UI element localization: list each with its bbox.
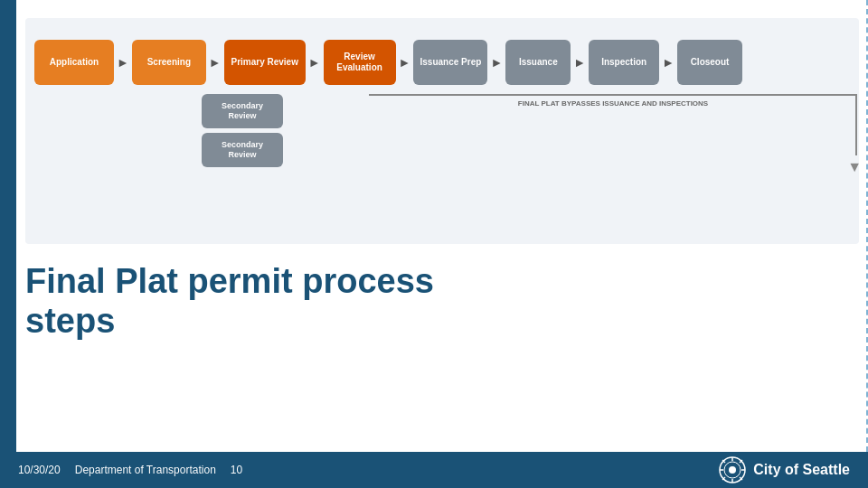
arrow-3: ► <box>308 55 321 70</box>
step-application: Application <box>34 40 114 85</box>
main-title: Final Plat permit process steps <box>25 262 434 341</box>
step-primary-review: Primary Review <box>224 40 306 85</box>
step-review-evaluation: ReviewEvaluation <box>324 40 396 85</box>
arrow-2: ► <box>209 55 222 70</box>
step-inspection: Inspection <box>589 40 659 85</box>
arrow-1: ► <box>117 55 129 70</box>
arrow-7: ► <box>662 55 675 70</box>
bypass-annotation: ▼ FINAL PLAT BYPASSES ISSUANCE AND INSPE… <box>369 94 857 175</box>
step-secondary-review-1: SecondaryReview <box>202 94 283 128</box>
step-issuance-prep: Issuance Prep <box>413 40 487 85</box>
arrow-5: ► <box>490 55 503 70</box>
city-name-label: City of Seattle <box>753 462 850 478</box>
title-section: Final Plat permit process steps <box>25 262 434 341</box>
step-secondary-review-2: SecondaryReview <box>202 133 283 167</box>
flow-diagram: Application ► Screening ► Primary Review… <box>34 31 850 230</box>
step-closeout: Closeout <box>677 40 742 85</box>
main-content: Application ► Screening ► Primary Review… <box>16 0 868 452</box>
secondary-review-column: SecondaryReview SecondaryReview <box>202 94 283 167</box>
title-line1: Final Plat permit process <box>25 262 434 300</box>
bypass-line-right <box>855 94 857 155</box>
footer-city-branding: City of Seattle <box>719 456 850 483</box>
footer-date: 10/30/20 <box>18 464 61 476</box>
city-of-seattle-logo-icon <box>719 456 746 483</box>
step-screening: Screening <box>132 40 206 85</box>
footer: 10/30/20 Department of Transportation 10… <box>0 452 868 488</box>
bypass-label: FINAL PLAT BYPASSES ISSUANCE AND INSPECT… <box>518 99 708 108</box>
arrow-6: ► <box>573 55 586 70</box>
step-issuance: Issuance <box>505 40 571 85</box>
process-diagram: Application ► Screening ► Primary Review… <box>25 18 859 244</box>
title-line2: steps <box>25 302 115 340</box>
footer-department: Department of Transportation <box>75 464 216 476</box>
bypass-arrow-end: ▼ <box>847 159 862 175</box>
left-accent-bar <box>0 0 16 488</box>
bypass-line-top <box>369 94 857 96</box>
arrow-4: ► <box>399 55 411 70</box>
footer-page: 10 <box>231 464 242 476</box>
svg-point-2 <box>729 466 736 474</box>
process-row-1: Application ► Screening ► Primary Review… <box>34 40 742 85</box>
